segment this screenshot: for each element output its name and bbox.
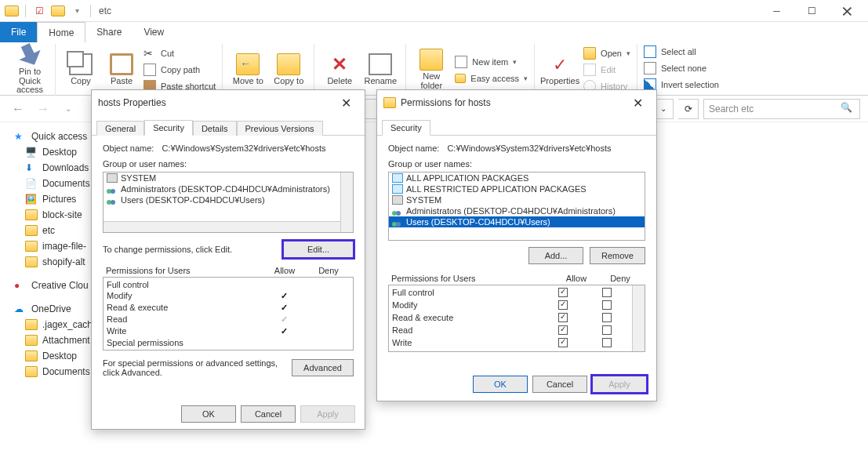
download-icon: ⬇ (25, 162, 38, 173)
advanced-text: For special permissions or advanced sett… (103, 358, 285, 377)
deny-checkbox[interactable] (602, 338, 612, 347)
easy-access-button[interactable]: Easy access (455, 71, 528, 86)
copy-button[interactable]: Copy (62, 53, 100, 86)
cut-button[interactable]: ✂Cut (143, 45, 216, 61)
deny-checkbox[interactable] (602, 313, 612, 322)
recent-dropdown[interactable]: ⌄ (58, 99, 78, 119)
tab-previous-versions[interactable]: Previous Versions (237, 121, 323, 136)
perm-row: Modify (389, 300, 632, 312)
allow-checkbox[interactable] (558, 313, 568, 322)
properties-icon: ✓ (548, 53, 572, 75)
cancel-button[interactable]: Cancel (241, 405, 296, 423)
perm-row: Special permissions (104, 337, 353, 348)
tab-security[interactable]: Security (144, 120, 193, 136)
scrollbar-vertical[interactable] (632, 285, 645, 351)
perm-row: Full control (389, 287, 632, 300)
dialog-tabs: General Security Details Previous Versio… (92, 115, 365, 136)
select-all-button[interactable]: Select all (644, 44, 719, 60)
cancel-button[interactable]: Cancel (532, 376, 587, 393)
properties-button[interactable]: ✓Properties (541, 53, 579, 86)
folder-icon (25, 366, 38, 377)
edit-button[interactable]: Edit... (283, 241, 354, 258)
forward-button[interactable]: → (33, 99, 53, 119)
pin-quick-access-button[interactable]: Pin to Quick access (11, 44, 49, 95)
star-icon: ★ (14, 131, 27, 142)
maximize-button[interactable]: ☐ (794, 0, 830, 22)
deny-checkbox[interactable] (602, 288, 612, 297)
scrollbar-vertical[interactable] (340, 173, 353, 232)
scrollbar-horizontal[interactable] (104, 221, 340, 232)
pictures-icon: 🖼️ (25, 194, 38, 205)
select-all-icon (644, 45, 656, 58)
open-icon (583, 47, 596, 60)
tab-file[interactable]: File (0, 22, 37, 42)
tab-share[interactable]: Share (85, 22, 133, 42)
back-button[interactable]: ← (8, 99, 28, 119)
scissors-icon: ✂ (143, 47, 156, 60)
package-icon (392, 184, 403, 194)
tab-details[interactable]: Details (193, 121, 237, 136)
check-icon: ✓ (281, 326, 288, 336)
list-item: SYSTEM (389, 194, 645, 205)
select-none-button[interactable]: Select none (644, 60, 719, 76)
copy-path-button[interactable]: Copy path (143, 62, 216, 78)
dialog-titlebar[interactable]: Permissions for hosts ✕ (377, 90, 656, 115)
close-button[interactable]: ⨯ (830, 0, 865, 22)
perm-row: Full control (104, 279, 353, 290)
tab-general[interactable]: General (96, 121, 144, 136)
rename-button[interactable]: Rename (361, 53, 399, 86)
folder-icon (25, 225, 38, 236)
user-list[interactable]: SYSTEM Administrators (DESKTOP-CD4HDCU¥A… (103, 172, 354, 233)
allow-checkbox[interactable] (558, 325, 568, 335)
dialog-titlebar[interactable]: hosts Properties ✕ (92, 90, 365, 115)
paste-button[interactable]: Paste (103, 53, 140, 86)
window-titlebar: ☑ ▾ etc ─ ☐ ⨯ (0, 0, 868, 22)
copy-to-button[interactable]: Copy to (270, 53, 307, 86)
add-button[interactable]: Add... (528, 247, 583, 264)
minimize-button[interactable]: ─ (759, 0, 794, 22)
deny-checkbox[interactable] (602, 300, 612, 310)
apply-button[interactable]: Apply (300, 405, 355, 423)
move-to-button[interactable]: Move to (229, 53, 267, 86)
ribbon: Pin to Quick access Copy Paste ✂Cut Copy… (0, 42, 868, 96)
list-item: ALL APPLICATION PACKAGES (389, 173, 645, 183)
new-folder-button[interactable]: New folder (412, 49, 450, 90)
close-icon[interactable]: ✕ (333, 92, 358, 114)
tab-security[interactable]: Security (382, 120, 430, 136)
advanced-button[interactable]: Advanced (292, 359, 354, 376)
search-input[interactable]: Search etc🔍 (703, 99, 860, 119)
allow-checkbox[interactable] (558, 300, 568, 310)
edit-button[interactable]: Edit (583, 62, 630, 78)
group-label: Group or user names: (388, 159, 645, 169)
users-icon (392, 206, 403, 216)
clipboard-icon (110, 53, 133, 75)
tab-home[interactable]: Home (37, 22, 85, 42)
copy-path-icon (143, 64, 156, 76)
deny-checkbox[interactable] (602, 325, 612, 335)
check-icon: ✓ (281, 314, 288, 324)
apply-button[interactable]: Apply (592, 376, 647, 393)
delete-button[interactable]: ✕Delete (321, 53, 358, 86)
allow-checkbox[interactable] (558, 338, 568, 347)
folder-icon (25, 209, 38, 220)
close-icon[interactable]: ✕ (625, 92, 650, 114)
tab-view[interactable]: View (133, 22, 175, 42)
ok-button[interactable]: OK (473, 376, 528, 393)
object-path: C:¥Windows¥System32¥drivers¥etc¥hosts (162, 143, 325, 153)
ok-button[interactable]: OK (181, 405, 236, 423)
open-button[interactable]: Open (583, 45, 630, 61)
dialog-tabs: Security (377, 115, 656, 136)
refresh-button[interactable]: ⟳ (678, 99, 699, 119)
allow-checkbox[interactable] (558, 288, 568, 297)
user-list[interactable]: ALL APPLICATION PACKAGES ALL RESTRICTED … (388, 172, 645, 241)
check-icon: ✓ (281, 303, 288, 312)
list-item: Users (DESKTOP-CD4HDCU¥Users) (104, 194, 353, 205)
perm-row: Read (389, 325, 632, 337)
qat-dropdown[interactable]: ▾ (68, 2, 85, 20)
package-icon (392, 173, 403, 183)
qat-checkbox-icon[interactable]: ☑ (31, 2, 48, 20)
new-item-button[interactable]: New item (455, 54, 528, 70)
folder-key-icon (383, 97, 396, 108)
ribbon-tabs: File Home Share View (0, 22, 868, 42)
remove-button[interactable]: Remove (590, 247, 645, 264)
